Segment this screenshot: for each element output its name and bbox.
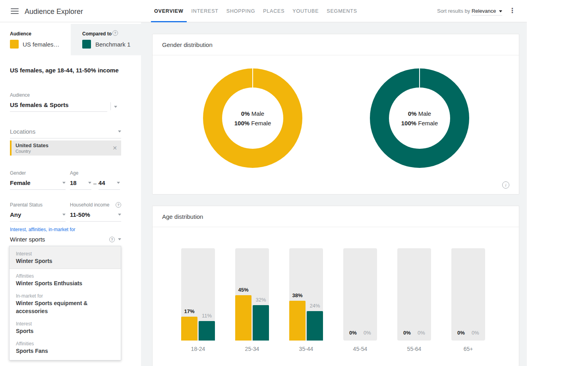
bar-track: 45%32% — [235, 248, 269, 341]
bar-group: 0%0%65+ — [451, 248, 485, 352]
bar-value-label: 11% — [199, 313, 215, 319]
chevron-down-icon — [118, 238, 121, 240]
bar-value-label: 17% — [181, 308, 197, 314]
bar-value-label: 45% — [235, 287, 251, 293]
suggestion-label: Winter Sports — [16, 257, 114, 265]
interest-input[interactable]: Winter sports ? — [10, 236, 121, 247]
audience-bar — [235, 295, 251, 341]
bar-value-label: 0% — [413, 330, 429, 336]
help-icon[interactable]: ? — [109, 237, 115, 242]
chevron-down-icon — [118, 214, 121, 216]
more-options-icon[interactable]: ⋮ — [509, 7, 516, 15]
chevron-down-icon — [499, 10, 502, 12]
chevron-down-icon — [62, 214, 66, 216]
location-chip: United States Country ✕ — [10, 140, 121, 156]
age-distribution-card: Age distribution 17%11%18-2445%32%25-343… — [152, 206, 519, 366]
age-bar-chart: 17%11%18-2445%32%25-3438%24%35-440%0%45-… — [181, 248, 485, 352]
tab-youtube[interactable]: YOUTUBE — [292, 0, 319, 22]
close-icon[interactable]: ✕ — [112, 145, 117, 151]
audience-field-label: Audience — [10, 92, 121, 98]
tab-places[interactable]: PLACES — [263, 0, 284, 22]
age-separator: – — [93, 180, 97, 187]
sort-label: Sort results by — [437, 8, 470, 14]
category-label: 45-54 — [353, 346, 368, 352]
locations-select[interactable]: Locations — [10, 128, 121, 138]
bar-group: 0%0%55-64 — [397, 248, 431, 352]
audience-tab[interactable]: Audience US females… — [0, 24, 71, 55]
suggestion-item[interactable]: Affinities Sports Fans — [10, 338, 121, 358]
gender-distribution-card: Gender distribution 0% Male 100% Female … — [152, 34, 519, 195]
suggestion-item[interactable]: In-market for Winter Sports equipment & … — [10, 290, 121, 318]
tab-overview[interactable]: OVERVIEW — [154, 0, 184, 22]
audience-color-swatch — [10, 40, 19, 49]
bar-value-label: 24% — [307, 303, 323, 309]
audience-bar — [181, 317, 197, 341]
info-icon[interactable]: i — [502, 181, 509, 189]
suggestion-item[interactable]: Interest Sports — [10, 318, 121, 338]
interest-field-label: Interest, affinities, in-market for — [10, 227, 121, 232]
suggestion-category: Interest — [16, 321, 114, 327]
interest-input-value: Winter sports — [10, 236, 45, 243]
page-title: Audience Explorer — [25, 8, 83, 16]
filters-sidebar: Audience US females… Compared to ? Bench… — [0, 22, 141, 366]
donut-center: 0% Male 100% Female — [222, 88, 283, 149]
bar-track: 17%11% — [181, 248, 215, 341]
top-bar: Audience Explorer OVERVIEW INTEREST SHOP… — [0, 0, 527, 22]
compared-to-tab[interactable]: Compared to ? Benchmark 1 — [71, 24, 141, 55]
age-label: Age — [70, 170, 121, 176]
age-to-select[interactable]: 44 — [99, 179, 120, 190]
bar-value-label: 0% — [453, 330, 469, 336]
help-icon[interactable]: ? — [116, 202, 121, 208]
results-area: Gender distribution 0% Male 100% Female … — [141, 22, 527, 366]
parental-status-label: Parental Status — [10, 202, 66, 208]
suggestion-item[interactable]: In-market for Sports & Fitness — [10, 358, 121, 360]
benchmark-color-swatch — [82, 40, 91, 49]
parental-status-select[interactable]: Any — [10, 211, 66, 222]
suggestion-item[interactable]: Interest Winter Sports — [10, 246, 121, 269]
suggestion-label: Winter Sports equipment & accessories — [16, 299, 114, 315]
category-label: 65+ — [464, 346, 473, 352]
bar-value-label: 38% — [289, 292, 306, 298]
chevron-down-icon — [118, 130, 121, 132]
household-income-label: Household income — [70, 202, 109, 208]
menu-icon[interactable] — [11, 8, 19, 14]
tab-segments[interactable]: SEGMENTS — [327, 0, 357, 22]
suggestion-category: Affinities — [16, 273, 114, 279]
gender-select[interactable]: Female — [10, 179, 66, 190]
bar-value-label: 0% — [399, 330, 415, 336]
age-from-select[interactable]: 18 — [70, 179, 91, 190]
interest-field: Interest, affinities, in-market for Wint… — [10, 227, 121, 247]
benchmark-gender-donut: 0% Male 100% Female — [370, 68, 469, 168]
audience-select[interactable]: US females & Sports — [10, 101, 107, 112]
divider — [110, 102, 111, 110]
suggestion-label: Sports — [16, 327, 114, 335]
household-income-select[interactable]: 11-50% — [70, 211, 121, 222]
audience-tab-value: US females… — [23, 41, 60, 48]
category-label: 35-44 — [299, 346, 313, 352]
bar-group: 17%11%18-24 — [181, 248, 215, 352]
parental-income-row: Parental Status Any Household income ? 1… — [10, 202, 121, 222]
suggestion-item[interactable]: Affinities Winter Sports Enthusiats — [10, 270, 121, 290]
tab-shopping[interactable]: SHOPPING — [226, 0, 255, 22]
bar-value-label: 0% — [467, 330, 484, 336]
sort-control: Sort results by Relevance — [437, 8, 502, 14]
chevron-down-icon[interactable] — [114, 106, 117, 108]
donut-chart: 0% Male 100% Female — [370, 68, 469, 168]
interest-suggestions-dropdown: Interest Winter Sports Affinities Winter… — [9, 246, 121, 360]
benchmark-value: Benchmark 1 — [95, 41, 130, 48]
locations-field: Locations United States Country ✕ — [10, 128, 121, 156]
audience-tab-label: Audience — [10, 31, 31, 37]
compared-to-label: Compared to — [82, 31, 112, 37]
bar-value-label: 0% — [345, 330, 361, 336]
tab-interest[interactable]: INTEREST — [191, 0, 219, 22]
help-icon[interactable]: ? — [112, 30, 118, 36]
age-card-title: Age distribution — [153, 206, 519, 227]
category-label: 18-24 — [191, 346, 205, 352]
suggestion-label: Winter Sports Enthusiats — [16, 279, 114, 287]
sort-select[interactable]: Relevance — [472, 8, 502, 16]
donut-center: 0% Male 100% Female — [389, 88, 450, 149]
audience-compare-selector: Audience US females… Compared to ? Bench… — [0, 24, 141, 55]
benchmark-bar — [253, 305, 269, 341]
suggestion-category: Interest — [16, 251, 114, 257]
chevron-down-icon — [62, 182, 66, 184]
